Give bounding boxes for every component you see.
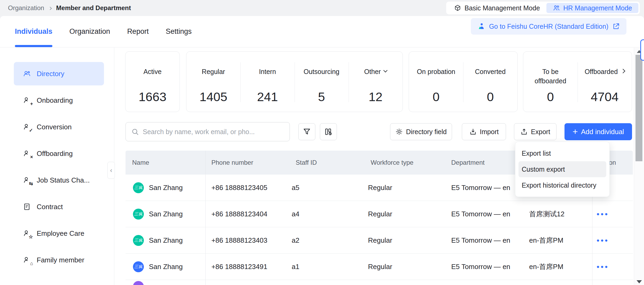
tab[interactable]: Report bbox=[127, 16, 149, 47]
sidebar-collapse-handle[interactable]: ‹ bbox=[107, 162, 115, 179]
cell-name: San Zhang bbox=[149, 201, 183, 227]
avatar: 三疯 bbox=[133, 209, 144, 220]
columns-settings-icon bbox=[324, 127, 333, 136]
import-button[interactable]: Import bbox=[462, 123, 506, 140]
scrollbar-thumb[interactable] bbox=[635, 55, 642, 161]
gear-icon bbox=[395, 128, 403, 135]
add-individual-button[interactable]: Add individual bbox=[564, 123, 632, 140]
export-dropdown-menu: Export listCustom exportExport historica… bbox=[515, 142, 610, 197]
go-to-corehr-button[interactable]: Go to Feishu CoreHR (Standard Edition) bbox=[471, 18, 626, 35]
external-link-icon bbox=[612, 22, 620, 30]
stat-card-offboarding[interactable]: To be offboarded 0 Offboarded 4704 bbox=[523, 51, 632, 112]
cell-workforce-type: Regular bbox=[368, 254, 392, 280]
sidebar-item[interactable]: Contract bbox=[14, 195, 104, 218]
cell-department: E5 Tomorrow — en bbox=[451, 227, 510, 254]
chevron-down-icon bbox=[383, 68, 388, 73]
table-row[interactable] bbox=[126, 280, 633, 285]
cell-phone: +86 18888123404 bbox=[211, 201, 267, 227]
tab[interactable]: Settings bbox=[166, 16, 192, 47]
sidebar-item[interactable]: ⇆ Job Status Cha... bbox=[14, 168, 104, 192]
filter-button[interactable] bbox=[298, 123, 315, 140]
avatar: 三疯 bbox=[133, 182, 144, 193]
cell-workforce-type: Regular bbox=[368, 175, 392, 201]
job-status-change-person-arrows-icon: ⇆ bbox=[23, 176, 31, 184]
chevron-left-icon: ‹ bbox=[110, 167, 112, 174]
top-bar: Organization Member and Department Basic… bbox=[0, 0, 644, 16]
sidebar-item[interactable]: × Offboarding bbox=[14, 142, 104, 165]
search-icon bbox=[131, 128, 139, 136]
column-header-name[interactable]: Name bbox=[132, 151, 149, 175]
stat-column: Regular 1405 bbox=[186, 52, 240, 112]
row-actions-ellipsis-button[interactable] bbox=[591, 254, 615, 280]
onboarding-person-plus-icon: + bbox=[23, 96, 31, 104]
stat-column: Offboarded 4704 bbox=[578, 52, 632, 112]
cell-position: en-首席PM bbox=[529, 227, 563, 254]
avatar: 三疯 bbox=[133, 235, 144, 246]
cell-name: San Zhang bbox=[149, 254, 183, 280]
content-area: Active 1663 Regular 1405 Intern 241 Outs… bbox=[114, 48, 644, 285]
stat-card-probation[interactable]: On probation 0 Converted 0 bbox=[409, 51, 518, 112]
stat-column: Outsourcing 5 bbox=[295, 52, 349, 112]
export-button[interactable]: Export bbox=[514, 123, 557, 140]
cell-phone: +86 18888123403 bbox=[211, 227, 267, 254]
search-box bbox=[126, 122, 290, 141]
scroll-down-arrow-icon[interactable] bbox=[637, 280, 642, 283]
funnel-icon bbox=[303, 127, 311, 136]
hr-management-mode-button[interactable]: HR Management Mode bbox=[546, 3, 638, 13]
cell-department: E5 Tomorrow — en bbox=[451, 175, 510, 201]
cell-phone: +86 18888123491 bbox=[211, 254, 267, 280]
column-header-workforce-type[interactable]: Workforce type bbox=[371, 151, 413, 175]
column-header-phone[interactable]: Phone number bbox=[211, 151, 253, 175]
avatar bbox=[133, 281, 144, 285]
breadcrumb-organization[interactable]: Organization bbox=[8, 4, 44, 12]
breadcrumb-chevron-icon bbox=[48, 7, 52, 10]
edge-floating-widget[interactable] bbox=[640, 39, 644, 61]
row-actions-ellipsis-button[interactable] bbox=[591, 227, 615, 254]
export-upload-icon bbox=[520, 128, 528, 135]
search-input[interactable] bbox=[143, 128, 284, 136]
cell-position: 首席测试12 bbox=[529, 201, 564, 227]
table-row[interactable]: 三疯 San Zhang +86 18888123404 a4 Regular … bbox=[126, 201, 633, 227]
column-settings-button[interactable] bbox=[320, 123, 337, 140]
cell-staff-id: a5 bbox=[292, 175, 299, 201]
stat-card-workforce-types[interactable]: Regular 1405 Intern 241 Outsourcing 5 Ot… bbox=[186, 51, 403, 112]
cell-staff-id: a4 bbox=[292, 201, 299, 227]
stat-column: Intern 241 bbox=[240, 52, 294, 112]
export-menu-item[interactable]: Export historical directory bbox=[518, 177, 606, 193]
table-row[interactable]: 三疯 San Zhang +86 18888123403 a2 Regular … bbox=[126, 227, 633, 254]
directory-people-icon bbox=[23, 70, 31, 78]
people-icon bbox=[553, 4, 560, 12]
cell-department: E5 Tomorrow — en bbox=[451, 201, 510, 227]
stat-column: Active 1663 bbox=[126, 52, 179, 112]
cell-workforce-type: Regular bbox=[368, 201, 392, 227]
hr-console-window: Organization Member and Department Basic… bbox=[0, 0, 644, 285]
stat-column: Other 12 bbox=[349, 52, 403, 112]
row-actions-ellipsis-button[interactable] bbox=[591, 201, 615, 227]
stat-card-active[interactable]: Active 1663 bbox=[125, 51, 180, 112]
tab[interactable]: Organization bbox=[69, 16, 110, 47]
cube-icon bbox=[454, 4, 461, 12]
plus-icon bbox=[572, 127, 578, 137]
offboarding-person-x-icon: × bbox=[23, 150, 31, 158]
export-menu-item[interactable]: Custom export bbox=[518, 161, 606, 177]
sidebar-item[interactable]: ⌂ Family member bbox=[14, 248, 104, 272]
feishu-people-logo-icon bbox=[477, 22, 485, 30]
cell-name: San Zhang bbox=[149, 227, 183, 254]
directory-field-button[interactable]: Directory field bbox=[390, 123, 452, 140]
sidebar-item[interactable]: ✓ Conversion bbox=[14, 115, 104, 139]
sidebar-item[interactable]: Directory bbox=[14, 62, 104, 85]
column-header-staff-id[interactable]: Staff ID bbox=[296, 151, 317, 175]
sidebar-item[interactable]: + Onboarding bbox=[14, 89, 104, 112]
sidebar-item[interactable]: ☆ Employee Care bbox=[14, 222, 104, 245]
table-row[interactable]: 三疯 San Zhang +86 18888123491 a1 Regular … bbox=[126, 254, 633, 280]
basic-management-mode-button[interactable]: Basic Management Mode bbox=[448, 3, 546, 13]
avatar: 三疯 bbox=[133, 261, 144, 272]
cell-staff-id: a1 bbox=[292, 254, 299, 280]
name-column-divider bbox=[205, 151, 206, 285]
sidebar: Directory + Onboarding ✓ bbox=[0, 48, 114, 285]
tab[interactable]: Individuals bbox=[15, 16, 52, 47]
export-menu-item[interactable]: Export list bbox=[518, 145, 606, 161]
vertical-scrollbar[interactable] bbox=[634, 48, 644, 285]
stat-column: On probation 0 bbox=[409, 52, 463, 112]
column-header-department[interactable]: Department bbox=[451, 151, 484, 175]
